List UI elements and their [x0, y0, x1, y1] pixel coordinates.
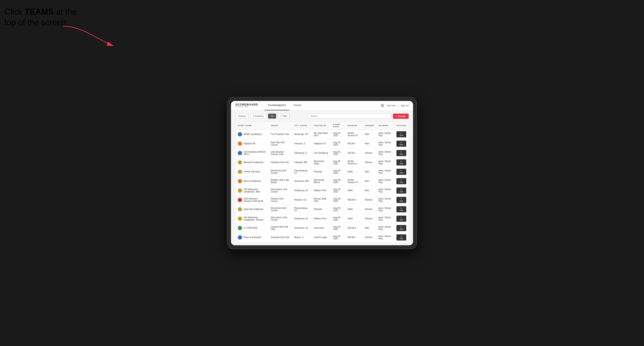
event-name: MSMC Qualifying 1: [244, 133, 262, 135]
event-name: Klash at Kokopelli: [244, 236, 261, 238]
nav-teams[interactable]: TEAMS: [290, 101, 304, 111]
team-icon: U: [238, 170, 242, 174]
event-name-cell: U UPIKE Fall Invite: [236, 167, 268, 176]
venue-cell: Lake Bracken Country Club: [268, 148, 292, 158]
gender-cell: Men: [363, 139, 376, 148]
division-cell: NAIA: [346, 214, 363, 223]
edit-button[interactable]: ✏ Edit: [396, 169, 406, 175]
event-name-cell: U upike fall invitational: [236, 204, 268, 214]
scoring-cell: team, Stroke Play: [376, 223, 394, 233]
separator: |: [398, 104, 399, 107]
hosted-by-cell: Minnesota State: [312, 158, 331, 167]
city-state-cell: Prestonsburg, KY: [292, 167, 312, 176]
division-cell: NICAA II: [346, 195, 363, 204]
event-name-cell: H 2023 Women's Hesston Fall Kickoff: [236, 195, 268, 204]
col-hosted-by: HOSTED BY: [312, 122, 331, 130]
edit-button[interactable]: ✏ Edit: [396, 197, 406, 203]
event-name-cell: M Maverick Invitational: [236, 158, 268, 167]
filter-button[interactable]: ≡ Filter: [278, 114, 290, 119]
event-name: Maverick Invitational: [244, 161, 264, 164]
edit-button[interactable]: ✏ Edit: [396, 187, 406, 194]
team-icon: W: [238, 216, 242, 221]
division-cell: NCAA Division III: [346, 176, 363, 186]
venue-cell: Kokopelli Golf Club: [268, 233, 292, 242]
event-name: Fall Statesmen Invitational - Women: [244, 216, 266, 221]
edit-button[interactable]: ✏ Edit: [396, 216, 406, 222]
scoring-cell: team, Stroke Play: [376, 158, 394, 167]
table-row: W Fall Statesmen Invitational - Women Ed…: [236, 214, 408, 223]
edit-button[interactable]: ✏ Edit: [396, 141, 406, 147]
event-name: Fall Statesmen Invitational - Men: [244, 188, 266, 193]
table-row: H Highland 36 Park Hills Golf Course Fre…: [236, 139, 408, 148]
event-name-cell: H Highland 36: [236, 139, 268, 148]
edit-button[interactable]: ✏ Edit: [396, 131, 406, 137]
actions-cell: ✏ Edit: [394, 167, 408, 176]
create-button[interactable]: + Create: [393, 114, 409, 119]
venue-cell: Hesston Golf Course: [268, 195, 292, 204]
start-date-cell: Aug 28, 2023: [331, 204, 345, 214]
hosted-by-cell: Pikeville: [312, 167, 331, 176]
edit-button[interactable]: ✏ Edit: [396, 159, 406, 166]
col-venue: VENUE: [268, 122, 292, 130]
search-input[interactable]: [308, 114, 391, 119]
team-icon: M: [238, 132, 242, 137]
venue-cell: Park Hills Golf Course: [268, 139, 292, 148]
venue-cell: Edmundson Golf Course: [268, 214, 292, 223]
actions-cell: ✏ Edit: [394, 195, 408, 204]
venue-cell: Cypress Hills Golf Club: [268, 223, 292, 233]
edit-button[interactable]: ✏ Edit: [396, 178, 406, 184]
division-cell: NAIA: [346, 204, 363, 214]
scoring-cell: team, Stroke Play: [376, 214, 394, 223]
hosted-by-cell: Murray State (OK): [312, 195, 331, 204]
col-start-date: START DATE: [331, 122, 345, 130]
gender-cell: Women: [363, 233, 376, 242]
start-date-cell: Aug 28, 2023: [331, 223, 345, 233]
event-name-cell: V VU PREVIEW: [236, 223, 268, 233]
gear-icon[interactable]: [381, 104, 384, 107]
all-tab[interactable]: All: [268, 114, 276, 119]
scoring-cell: team, Stroke Play: [376, 186, 394, 195]
table-row: K Klash at Kokopelli Kokopelli Golf Club…: [236, 233, 408, 242]
tablet-screen: SCOREBOARD Powered by Clippit TOURNAMENT…: [231, 101, 413, 245]
edit-button[interactable]: ✏ Edit: [396, 150, 406, 156]
venue-cell: Faribault Golf Club: [268, 158, 292, 167]
actions-cell: ✏ Edit: [394, 223, 408, 233]
city-state-cell: Prestonsburg, KY: [292, 204, 312, 214]
event-name: 2023 Women's Hesston Fall Kickoff: [244, 197, 266, 202]
hosted-by-cell: Carl Sandburg: [312, 148, 331, 158]
city-state-cell: Freeport, IL: [292, 139, 312, 148]
team-icon: V: [238, 226, 242, 230]
venue-cell: Ruttger's Bay Lake Resort: [268, 176, 292, 186]
annotation-bold: TEAMS: [25, 7, 54, 16]
actions-cell: ✏ Edit: [394, 204, 408, 214]
main-content: Hosting Competing All ≡ Filter + Create: [231, 111, 413, 245]
gender-cell: Women: [363, 148, 376, 158]
gender-cell: Men: [363, 130, 376, 139]
division-cell: NICAA I: [346, 233, 363, 242]
city-state-cell: Faribault, MN: [292, 158, 312, 167]
actions-cell: ✏ Edit: [394, 158, 408, 167]
edit-button[interactable]: ✏ Edit: [396, 206, 406, 212]
gender-cell: Men: [363, 167, 376, 176]
team-icon: K: [238, 235, 242, 240]
hosting-tab[interactable]: Hosting: [235, 114, 248, 119]
actions-cell: ✏ Edit: [394, 214, 408, 223]
tablet-frame: SCOREBOARD Powered by Clippit TOURNAMENT…: [227, 97, 417, 249]
edit-button[interactable]: ✏ Edit: [396, 225, 406, 231]
start-date-cell: Aug 28, 2023: [331, 176, 345, 186]
team-icon: H: [238, 198, 242, 202]
start-date-cell: Aug 28, 2023: [331, 158, 345, 167]
table-row: V VU PREVIEW Cypress Hills Golf Club Vin…: [236, 223, 408, 233]
table-header-row: EVENT NAME VENUE CITY, STATE HOSTED BY S…: [236, 122, 408, 130]
gender-cell: Men: [363, 176, 376, 186]
start-date-cell: Aug 24, 2023: [331, 130, 345, 139]
sign-out-link[interactable]: Sign out: [400, 104, 409, 107]
gender-cell: Women: [363, 214, 376, 223]
edit-button[interactable]: ✏ Edit: [396, 234, 406, 240]
competing-tab[interactable]: Competing: [250, 114, 266, 119]
nav-tournaments[interactable]: TOURNAMENTS: [264, 101, 289, 111]
division-cell: NICAA I: [346, 148, 363, 158]
scoring-cell: team, Stroke Play: [376, 233, 394, 242]
team-icon: W: [238, 188, 242, 193]
event-name-cell: K Klash at Kokopelli: [236, 233, 268, 242]
